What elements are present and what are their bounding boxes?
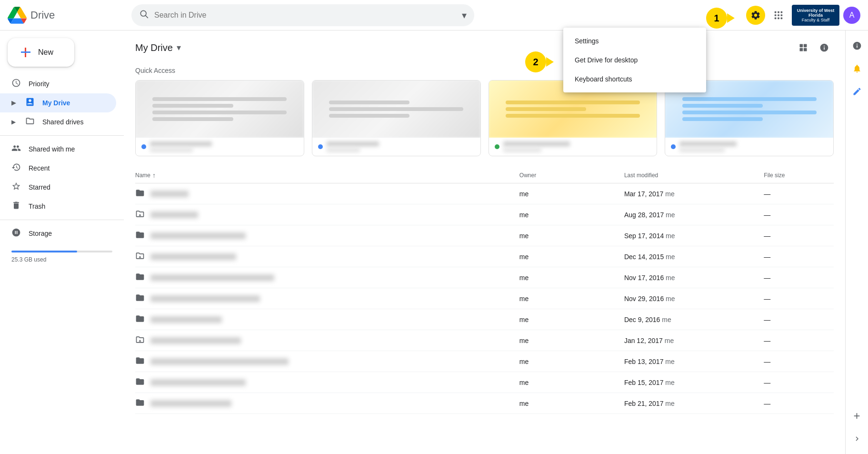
quick-access-card[interactable]: [312, 80, 481, 156]
new-button-label: New: [38, 48, 53, 57]
card-info: [150, 141, 212, 152]
svg-rect-14: [804, 48, 807, 51]
sidebar-item-my-drive[interactable]: ▶ My Drive: [0, 93, 116, 112]
table-row[interactable]: me Mar 17, 2017 me —: [135, 183, 834, 204]
sidebar-item-recent[interactable]: Recent: [0, 159, 116, 178]
step2-badge-outer: 2: [525, 51, 554, 72]
app-header: Drive ▾ 1 University of West Florida Fac…: [0, 0, 868, 30]
files-table: Name ↑ Owner Last modified File size me …: [135, 168, 834, 414]
sidebar-item-shared-with-me[interactable]: Shared with me: [0, 140, 116, 159]
modifier-label: me: [665, 358, 674, 365]
owner-cell: me: [519, 246, 624, 267]
quick-access-label: Quick Access: [135, 67, 834, 74]
modifier-label: me: [665, 379, 674, 386]
table-row[interactable]: me Nov 29, 2016 me —: [135, 288, 834, 309]
svg-rect-11: [800, 44, 803, 48]
app-title: Drive: [30, 9, 55, 21]
table-row[interactable]: me Dec 9, 2016 me —: [135, 309, 834, 330]
collapse-right-sidebar-icon[interactable]: [848, 429, 867, 448]
get-drive-desktop-menu-item[interactable]: Get Drive for desktop: [563, 50, 706, 70]
svg-rect-13: [800, 48, 803, 51]
drive-title-dropdown-icon[interactable]: ▾: [177, 42, 181, 53]
details-panel-icon[interactable]: [848, 36, 867, 55]
file-name-text: [150, 274, 274, 281]
svg-rect-12: [804, 44, 807, 48]
sidebar-item-storage[interactable]: Storage: [0, 224, 116, 243]
column-header-modified: Last modified: [624, 168, 764, 183]
card-info: [679, 141, 737, 152]
search-bar[interactable]: ▾: [131, 4, 474, 26]
column-header-name[interactable]: Name ↑: [135, 168, 519, 183]
university-badge[interactable]: University of West Florida Faculty & Sta…: [792, 5, 839, 26]
sidebar-my-drive-label: My Drive: [42, 99, 70, 107]
sort-arrow-icon: ↑: [152, 172, 156, 179]
grid-view-button[interactable]: [794, 38, 813, 57]
settings-menu-item[interactable]: Settings: [563, 31, 706, 50]
size-cell: —: [764, 267, 834, 288]
owner-cell: me: [519, 225, 624, 246]
table-row[interactable]: me Dec 14, 2015 me —: [135, 246, 834, 267]
table-row[interactable]: me Aug 28, 2017 me —: [135, 204, 834, 225]
card-subtitle: [150, 148, 193, 152]
modifier-label: me: [665, 337, 674, 344]
file-name-text: [150, 358, 289, 365]
modifier-label: me: [666, 274, 675, 282]
sidebar-item-starred[interactable]: Starred: [0, 178, 116, 197]
card-info: [503, 141, 570, 152]
add-panel-icon[interactable]: +: [848, 406, 867, 425]
file-name-cell: [135, 183, 519, 204]
svg-rect-6: [778, 14, 779, 16]
info-button[interactable]: [815, 38, 834, 57]
sidebar-item-trash[interactable]: Trash: [0, 197, 116, 216]
card-dot: [671, 144, 676, 149]
storage-info: 25.3 GB used: [0, 243, 124, 271]
university-name: University of West Florida: [796, 8, 836, 18]
table-row[interactable]: me Feb 15, 2017 me —: [135, 372, 834, 393]
folder-icon: [135, 398, 145, 409]
sidebar-item-shared-drives[interactable]: ▶ Shared drives: [0, 112, 116, 131]
table-row[interactable]: me Jan 12, 2017 me —: [135, 330, 834, 351]
settings-button[interactable]: [746, 6, 765, 25]
table-row[interactable]: me Nov 17, 2016 me —: [135, 267, 834, 288]
sidebar-shared-drives-label: Shared drives: [42, 118, 83, 126]
shared-drives-expand-arrow[interactable]: ▶: [11, 119, 16, 125]
file-name-cell: [135, 309, 519, 330]
modified-cell: Dec 14, 2015 me: [624, 246, 764, 267]
column-header-size: File size: [764, 168, 834, 183]
file-name-text: [150, 379, 246, 386]
my-drive-expand-arrow[interactable]: ▶: [11, 100, 16, 106]
card-footer: [136, 138, 304, 156]
modifier-label: me: [666, 211, 675, 219]
sidebar-divider-2: [0, 220, 124, 220]
owner-cell: me: [519, 330, 624, 351]
drive-title-area: My Drive ▾: [135, 42, 181, 53]
size-cell: —: [764, 204, 834, 225]
owner-cell: me: [519, 309, 624, 330]
quick-access-card[interactable]: [135, 80, 304, 156]
modifier-label: me: [665, 400, 674, 407]
right-sidebar: +: [845, 30, 868, 454]
my-drive-icon: [25, 97, 35, 109]
modifier-label: me: [666, 232, 675, 240]
quick-access-grid: [135, 80, 834, 156]
keyboard-shortcuts-menu-item[interactable]: Keyboard shortcuts: [563, 70, 706, 89]
table-row[interactable]: me Feb 21, 2017 me —: [135, 393, 834, 414]
step2-arrow: [546, 57, 554, 67]
card-subtitle: [679, 148, 725, 152]
owner-cell: me: [519, 183, 624, 204]
new-button[interactable]: New: [8, 38, 74, 67]
trash-icon: [11, 201, 21, 212]
search-input[interactable]: [154, 11, 462, 20]
table-row[interactable]: me Sep 17, 2014 me —: [135, 225, 834, 246]
table-row[interactable]: me Feb 13, 2017 me —: [135, 351, 834, 372]
sidebar-item-priority[interactable]: Priority: [0, 74, 116, 93]
owner-cell: me: [519, 204, 624, 225]
owner-cell: me: [519, 288, 624, 309]
user-avatar[interactable]: A: [843, 7, 860, 24]
notifications-panel-icon[interactable]: [848, 59, 867, 78]
edit-panel-icon[interactable]: [848, 82, 867, 101]
apps-button[interactable]: [769, 6, 788, 25]
size-cell: —: [764, 330, 834, 351]
search-dropdown-icon[interactable]: ▾: [462, 10, 467, 21]
owner-cell: me: [519, 393, 624, 414]
